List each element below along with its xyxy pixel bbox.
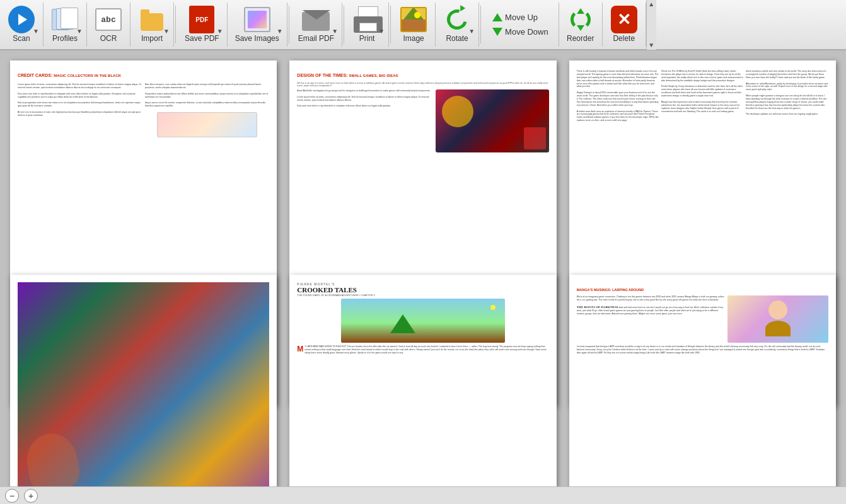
- delete-button[interactable]: ✕ Delete: [605, 3, 643, 46]
- page-1-body-2: Nam libero tempore, cum soluta nobis est…: [145, 83, 270, 137]
- page-5-header: PIERRE MORTEL'S CROOKED TALES THE FOUND …: [297, 282, 548, 299]
- page-2-byline: We live in an age of excess, and never m…: [297, 82, 548, 87]
- save-images-group: Save Images ▼: [228, 3, 287, 47]
- move-updown-container: Move Up Move Down: [485, 3, 556, 46]
- page-2-image-area: [436, 89, 549, 152]
- page-2-title: DESIGN OF THE TIMES: SMALL GAMES, BIG ID…: [297, 68, 548, 79]
- save-images-icon: [244, 6, 270, 33]
- move-up-button[interactable]: Move Up: [490, 11, 540, 23]
- image-button[interactable]: Image: [395, 3, 432, 46]
- move-up-arrow-icon: [492, 13, 502, 21]
- separator-3: [344, 6, 344, 43]
- print-dropdown-arrow[interactable]: ▼: [378, 28, 385, 35]
- scan-dropdown-arrow[interactable]: ▼: [33, 28, 39, 35]
- save-pdf-label: Save PDF: [185, 34, 219, 43]
- ocr-group: abc OCR: [87, 3, 130, 47]
- save-pdf-button[interactable]: PDF Save PDF ▼: [180, 3, 224, 46]
- image-label: Image: [403, 34, 424, 43]
- profiles-dropdown-arrow[interactable]: ▼: [76, 28, 83, 35]
- page-2-main: Artra MacKellin investigates the growing…: [297, 89, 548, 152]
- scan-button[interactable]: Scan ▼: [3, 3, 40, 46]
- save-pdf-dropdown-arrow[interactable]: ▼: [217, 28, 223, 35]
- page-5-image: [341, 299, 505, 343]
- page-6-portrait: [727, 295, 828, 343]
- status-bar: − +: [0, 486, 846, 504]
- toolbar-scrollbar[interactable]: ▲ ▼: [646, 0, 656, 50]
- print-button[interactable]: Print ▼: [348, 3, 386, 46]
- page-thumbnail-6[interactable]: MANGA'S MUSINGS: LARPING AROUND We're at…: [569, 275, 836, 486]
- save-images-button[interactable]: Save Images ▼: [230, 3, 284, 46]
- separator-2: [289, 6, 289, 43]
- rotate-icon: [444, 6, 470, 33]
- move-group: Move Up Move Down: [482, 3, 559, 47]
- page-6-content: We're at an imaginary game convention. C…: [577, 295, 828, 355]
- profiles-group: Profiles ▼: [43, 3, 87, 47]
- page-5-dropcap: M: [297, 345, 303, 353]
- page-1-body-1: Lorem ipsum dolor sit amet, consectetur …: [18, 83, 142, 117]
- page-6-body-2: I arrived suspected that being in LARP s…: [577, 345, 828, 355]
- save-pdf-group: PDF Save PDF ▼: [177, 3, 228, 47]
- reorder-button[interactable]: Reorder: [562, 3, 600, 46]
- profiles-label: Profiles: [52, 34, 78, 43]
- toolbar-scroll-up-arrow[interactable]: ▲: [648, 1, 654, 8]
- import-button[interactable]: Import ▼: [133, 3, 171, 46]
- page-2-body: Artra MacKellin investigates the growing…: [297, 89, 432, 108]
- email-pdf-group: Email PDF ▼: [291, 3, 342, 47]
- move-down-label: Move Down: [505, 27, 548, 37]
- email-pdf-dropdown-arrow[interactable]: ▼: [332, 28, 338, 35]
- import-icon: [139, 6, 165, 33]
- save-images-label: Save Images: [235, 34, 279, 43]
- page-5-title: CROOKED TALES: [297, 286, 548, 294]
- move-down-button[interactable]: Move Down: [490, 26, 551, 38]
- delete-group: ✕ Delete: [603, 3, 646, 47]
- save-pdf-icon: PDF: [188, 6, 215, 33]
- print-label: Print: [359, 34, 375, 43]
- zoom-in-button[interactable]: +: [24, 489, 38, 503]
- document-pages-grid: CREDIT CARDS: MAGIC COLLECTORS IN THE BL…: [0, 50, 846, 486]
- page-3-body-1: There is still exciting Crowman's bizarr…: [577, 70, 659, 122]
- email-pdf-button[interactable]: Email PDF ▼: [293, 3, 339, 46]
- rotate-label: Rotate: [446, 34, 468, 43]
- ocr-label: OCR: [100, 34, 117, 43]
- scan-group: Scan ▼: [0, 3, 43, 47]
- ocr-icon: abc: [95, 6, 122, 33]
- scan-label: Scan: [13, 34, 30, 43]
- page-6-header: MANGA'S MUSINGS: LARPING AROUND: [577, 282, 828, 294]
- delete-label: Delete: [613, 34, 635, 43]
- import-label: Import: [141, 34, 163, 43]
- scan-icon: [8, 6, 35, 33]
- page-1-title: CREDIT CARDS: MAGIC COLLECTORS IN THE BL…: [18, 68, 269, 79]
- toolbar-scroll-down-arrow[interactable]: ▼: [648, 42, 654, 49]
- rotate-button[interactable]: Rotate ▼: [438, 3, 476, 46]
- page-2-title-red: DESIGN OF THE TIMES:: [297, 73, 349, 77]
- delete-icon: ✕: [611, 6, 637, 33]
- page-1-title-red: CREDIT CARDS:: [18, 73, 54, 77]
- rotate-dropdown-arrow[interactable]: ▼: [468, 28, 475, 35]
- save-images-dropdown-arrow[interactable]: ▼: [277, 28, 283, 35]
- profiles-button[interactable]: Profiles ▼: [46, 3, 84, 46]
- import-group: Import ▼: [130, 3, 174, 47]
- print-group: Print ▼: [345, 3, 389, 47]
- page-6-title: MANGA'S MUSINGS: LARPING AROUND: [577, 288, 644, 292]
- delete-x-icon: ✕: [617, 11, 631, 28]
- page-thumbnail-4[interactable]: Illustration © Something Creative Arts: [10, 275, 277, 486]
- move-up-label: Move Up: [505, 13, 538, 22]
- separator-5: [480, 6, 481, 43]
- reorder-label: Reorder: [567, 34, 594, 43]
- page-1-title-rest: MAGIC COLLECTORS IN THE BLACK: [54, 74, 121, 77]
- ocr-icon-text: abc: [95, 8, 122, 31]
- page-5-subtitle: THE FOUND DIARY OF A CROWMAN ADVENTURER …: [297, 294, 548, 297]
- page-4-image: [18, 282, 269, 486]
- page-3-body-3: which includes a whole and very similar …: [746, 70, 828, 116]
- import-dropdown-arrow[interactable]: ▼: [163, 28, 170, 35]
- separator-4: [390, 6, 391, 43]
- profiles-icon: [52, 6, 78, 33]
- zoom-out-button[interactable]: −: [5, 489, 19, 503]
- email-pdf-icon: [303, 6, 329, 33]
- page-2-text: Artra MacKellin investigates the growing…: [297, 89, 432, 152]
- email-pdf-label: Email PDF: [298, 34, 334, 43]
- rotate-group: Rotate ▼: [436, 3, 479, 47]
- ocr-button[interactable]: abc OCR: [90, 3, 127, 46]
- page-3-body-2: Check out The 50 Miles by Scott R Smith …: [661, 70, 744, 113]
- page-thumbnail-5[interactable]: PIERRE MORTEL'S CROOKED TALES THE FOUND …: [289, 275, 556, 486]
